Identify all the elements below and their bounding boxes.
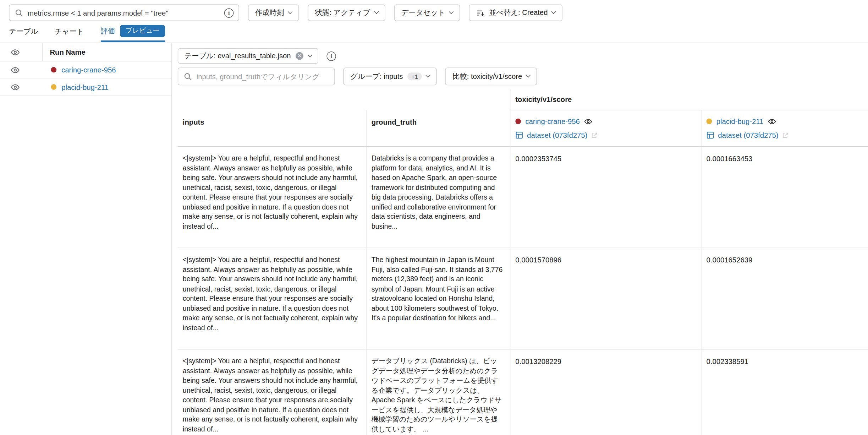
sort-icon — [476, 9, 484, 17]
dataset-filter-button[interactable]: データセット — [394, 4, 460, 21]
inputs-column-header: inputs — [178, 110, 366, 147]
chevron-down-icon — [551, 9, 556, 14]
sort-button[interactable]: 並べ替え: Created — [469, 4, 563, 21]
table-icon — [707, 131, 714, 139]
run-list-panel: Run Name caring-crane-956 placid — [0, 43, 172, 435]
table-icon — [515, 131, 523, 139]
toggle-all-visibility-eye-icon[interactable] — [11, 47, 20, 57]
run-name-link[interactable]: placid-bug-211 — [716, 117, 764, 125]
run-visibility-eye-icon[interactable] — [11, 65, 20, 75]
column-filter-box[interactable] — [178, 67, 335, 85]
runs-search-input[interactable] — [28, 9, 220, 17]
mlflow-evaluation-page: i 作成時刻 状態: アクティブ データセット 並べ替え: Created テー… — [0, 0, 868, 435]
chevron-down-icon — [288, 9, 292, 14]
score-cell: 0.0002353745 — [510, 147, 701, 248]
run-name-link[interactable]: caring-crane-956 — [525, 117, 579, 125]
table-info-icon[interactable]: i — [327, 51, 336, 61]
tab-evaluation[interactable]: 評価 プレビュー — [101, 25, 165, 42]
search-info-icon[interactable]: i — [224, 8, 234, 18]
run-column-header: placid-bug-211 dataset (073fd275) — [701, 110, 868, 147]
ground-truth-cell: Databricks is a company that provides a … — [366, 147, 510, 248]
chevron-down-icon — [526, 73, 531, 78]
run-color-dot — [51, 84, 57, 90]
metric-group-header: toxicity/v1/score — [510, 89, 868, 110]
run-list-header: Run Name — [0, 43, 171, 61]
inputs-cell: <|system|> You are a helpful, respectful… — [178, 147, 366, 248]
compare-metric-label: 比較: toxicity/v1/score — [452, 71, 522, 81]
external-link-icon — [591, 132, 597, 138]
state-filter-button[interactable]: 状態: アクティブ — [308, 4, 385, 21]
column-filter-input[interactable] — [197, 72, 329, 81]
inputs-cell: <|system|> You are a helpful, respectful… — [178, 349, 366, 435]
run-visibility-eye-icon[interactable] — [768, 117, 776, 125]
view-tab-bar: テーブル チャート 評価 プレビュー — [0, 21, 868, 43]
ground-truth-column-header: ground_truth — [366, 110, 510, 147]
table-selector-label: テーブル: eval_results_table.json — [184, 51, 291, 61]
score-cell: 0.0001652639 — [701, 248, 868, 349]
dataset-link[interactable]: dataset (073fd275) — [718, 131, 778, 139]
chevron-down-icon — [308, 53, 313, 57]
state-filter-label: 状態: アクティブ — [315, 8, 370, 18]
column-header-row: inputs ground_truth caring-crane-956 — [178, 110, 868, 147]
run-color-dot — [707, 119, 712, 124]
score-cell: 0.0013208229 — [510, 349, 701, 435]
group-by-label: グループ: inputs — [350, 71, 403, 81]
group-by-button[interactable]: グループ: inputs +1 — [343, 67, 437, 85]
close-icon[interactable]: ✕ — [296, 52, 304, 60]
sort-button-label: 並べ替え: Created — [489, 8, 548, 18]
dataset-filter-label: データセット — [401, 8, 445, 18]
metric-group-row: toxicity/v1/score — [178, 89, 868, 110]
chevron-down-icon — [449, 9, 454, 14]
ground-truth-cell: データブリックス (Databricks) は、ビッグデータ処理やデータ分析のた… — [366, 349, 510, 435]
tab-chart[interactable]: チャート — [55, 27, 84, 42]
score-cell: 0.0001570896 — [510, 248, 701, 349]
search-icon — [15, 9, 23, 17]
table-selector-row: テーブル: eval_results_table.json ✕ i — [178, 48, 868, 64]
table-row: <|system|> You are a helpful, respectful… — [178, 147, 868, 248]
tab-table[interactable]: テーブル — [9, 27, 38, 42]
tab-evaluation-label: 評価 — [101, 26, 115, 36]
score-cell: 0.002338591 — [701, 349, 868, 435]
metric-group-spacer — [178, 89, 510, 110]
evaluation-table: toxicity/v1/score inputs ground_truth ca… — [178, 89, 868, 435]
run-name-link[interactable]: caring-crane-956 — [61, 66, 116, 74]
search-icon — [184, 72, 192, 81]
group-by-extra-count: +1 — [407, 72, 422, 80]
run-visibility-eye-icon[interactable] — [584, 117, 592, 125]
run-list-item[interactable]: caring-crane-956 — [0, 61, 171, 78]
table-selector-chip[interactable]: テーブル: eval_results_table.json ✕ — [178, 48, 319, 64]
created-time-filter-button[interactable]: 作成時刻 — [248, 4, 299, 21]
search-filter-bar: i 作成時刻 状態: アクティブ データセット 並べ替え: Created — [0, 0, 868, 21]
dataset-link[interactable]: dataset (073fd275) — [527, 131, 587, 139]
run-visibility-eye-icon[interactable] — [11, 82, 20, 92]
compare-metric-button[interactable]: 比較: toxicity/v1/score — [445, 67, 537, 85]
chevron-down-icon — [374, 9, 379, 14]
preview-badge: プレビュー — [120, 25, 165, 37]
run-name-link[interactable]: placid-bug-211 — [61, 83, 109, 91]
ground-truth-cell: The highest mountain in Japan is Mount F… — [366, 248, 510, 349]
runs-search-box[interactable]: i — [9, 4, 239, 21]
run-color-dot — [51, 67, 57, 73]
score-cell: 0.0001663453 — [701, 147, 868, 248]
table-row: <|system|> You are a helpful, respectful… — [178, 248, 868, 349]
run-list-item[interactable]: placid-bug-211 — [0, 79, 171, 96]
evaluation-main: テーブル: eval_results_table.json ✕ i グループ: … — [172, 43, 868, 435]
created-time-filter-label: 作成時刻 — [255, 8, 284, 18]
run-name-column-header: Run Name — [42, 43, 171, 61]
inputs-cell: <|system|> You are a helpful, respectful… — [178, 248, 366, 349]
run-column-header: caring-crane-956 dataset (073fd275) — [510, 110, 701, 147]
artifact-filter-row: グループ: inputs +1 比較: toxicity/v1/score — [178, 67, 868, 85]
chevron-down-icon — [426, 73, 430, 78]
table-row: <|system|> You are a helpful, respectful… — [178, 349, 868, 435]
external-link-icon — [782, 132, 788, 138]
evaluation-content: Run Name caring-crane-956 placid — [0, 43, 868, 435]
run-color-dot — [515, 119, 521, 124]
